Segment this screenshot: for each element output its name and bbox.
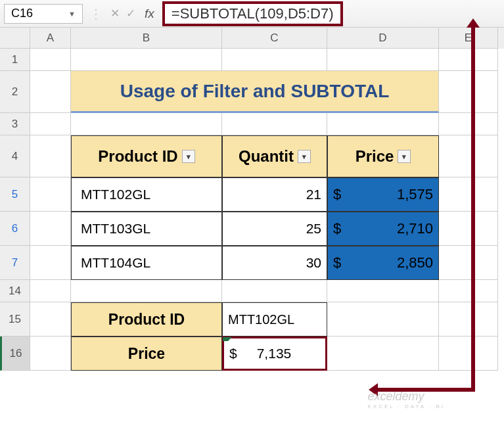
cell[interactable]	[222, 49, 327, 71]
cell[interactable]	[327, 337, 439, 371]
price-value: 2,710	[397, 220, 433, 237]
row-16: 16 Price $ 7,135	[0, 337, 504, 371]
row-15: 15 Product ID MTT102GL	[0, 302, 504, 337]
row-header-14[interactable]: 14	[0, 280, 30, 302]
row-4: 4 Product ID ▾ Quantit ▾ Price ▾	[0, 135, 504, 177]
title-cell[interactable]: Usage of Filter and SUBTOTAL	[71, 71, 439, 113]
cell-quantity[interactable]: 21	[222, 177, 327, 212]
row-header-16[interactable]: 16	[0, 337, 30, 371]
col-header-e[interactable]: E	[439, 28, 498, 49]
column-headers: A B C D E	[0, 28, 504, 49]
cell[interactable]	[439, 302, 498, 337]
cell[interactable]	[439, 177, 498, 212]
cell[interactable]	[222, 113, 327, 135]
cell[interactable]	[327, 302, 439, 337]
cell[interactable]	[30, 212, 71, 246]
filter-active-icon[interactable]: ▾	[398, 150, 411, 163]
price-value: 1,575	[397, 186, 433, 203]
row-header-15[interactable]: 15	[0, 302, 30, 337]
row-header-7[interactable]: 7	[0, 246, 30, 280]
cell[interactable]	[30, 280, 71, 302]
cell[interactable]	[71, 49, 222, 71]
row-1: 1	[0, 49, 504, 71]
col-header-d[interactable]: D	[327, 28, 439, 49]
header-label: Price	[355, 147, 394, 166]
header-label: Quantit	[239, 147, 294, 166]
cancel-icon[interactable]: ✕	[109, 7, 121, 20]
cell[interactable]	[30, 113, 71, 135]
currency-symbol: $	[229, 346, 237, 361]
price-value: 2,850	[397, 254, 433, 271]
row-5: 5 MTT102GL 21 $ 1,575	[0, 177, 504, 212]
cell[interactable]	[439, 280, 498, 302]
label-price[interactable]: Price	[71, 337, 222, 371]
row-header-4[interactable]: 4	[0, 135, 30, 177]
watermark: exceldemy EXCEL · DATA · BI	[367, 390, 445, 409]
separator-icon: ⋮	[87, 6, 105, 22]
header-price[interactable]: Price ▾	[327, 135, 439, 177]
name-box[interactable]: C16 ▼	[4, 4, 83, 24]
row-7: 7 MTT104GL 30 $ 2,850	[0, 246, 504, 280]
cell-price[interactable]: $ 2,710	[327, 212, 439, 246]
formula-input[interactable]: =SUBTOTAL(109,D5:D7)	[162, 1, 343, 26]
cell[interactable]	[222, 280, 327, 302]
cell[interactable]	[439, 49, 498, 71]
currency-symbol: $	[333, 186, 341, 203]
enter-icon[interactable]: ✓	[125, 7, 137, 20]
row-6: 6 MTT103GL 25 $ 2,710	[0, 212, 504, 246]
filter-dropdown-icon[interactable]: ▾	[182, 150, 195, 163]
cell[interactable]	[439, 135, 498, 177]
row-header-3[interactable]: 3	[0, 113, 30, 135]
cell-product-id[interactable]: MTT102GL	[71, 177, 222, 212]
label-product-id[interactable]: Product ID	[71, 302, 222, 337]
chevron-down-icon[interactable]: ▼	[68, 10, 76, 18]
cell-price[interactable]: $ 1,575	[327, 177, 439, 212]
header-quantity[interactable]: Quantit ▾	[222, 135, 327, 177]
cell[interactable]	[30, 302, 71, 337]
watermark-subtitle: EXCEL · DATA · BI	[367, 404, 445, 409]
cell-product-id[interactable]: MTT103GL	[71, 212, 222, 246]
value-product-id[interactable]: MTT102GL	[222, 302, 327, 337]
selected-cell-c16[interactable]: $ 7,135	[222, 337, 327, 371]
cell[interactable]	[30, 177, 71, 212]
cell-quantity[interactable]: 30	[222, 246, 327, 280]
row-header-2[interactable]: 2	[0, 71, 30, 113]
cell[interactable]	[439, 337, 498, 371]
row-3: 3	[0, 113, 504, 135]
cell[interactable]	[71, 113, 222, 135]
currency-symbol: $	[333, 254, 341, 271]
select-all-corner[interactable]	[0, 28, 30, 49]
cell[interactable]	[327, 280, 439, 302]
cell-product-id[interactable]: MTT104GL	[71, 246, 222, 280]
filter-dropdown-icon[interactable]: ▾	[298, 150, 311, 163]
total-value: 7,135	[257, 346, 292, 361]
watermark-text: exceldemy	[367, 390, 424, 403]
spreadsheet-grid: A B C D E 1 2 Usage of Filter and SUBTOT…	[0, 28, 504, 371]
cell[interactable]	[30, 135, 71, 177]
cell[interactable]	[30, 49, 71, 71]
cell[interactable]	[327, 113, 439, 135]
cell[interactable]	[439, 246, 498, 280]
cell[interactable]	[30, 71, 71, 113]
cell[interactable]	[30, 337, 71, 371]
row-2: 2 Usage of Filter and SUBTOTAL	[0, 71, 504, 113]
row-header-6[interactable]: 6	[0, 212, 30, 246]
cell-price[interactable]: $ 2,850	[327, 246, 439, 280]
col-header-c[interactable]: C	[222, 28, 327, 49]
currency-symbol: $	[333, 220, 341, 237]
row-header-1[interactable]: 1	[0, 49, 30, 71]
header-label: Product ID	[98, 147, 177, 166]
cell[interactable]	[439, 71, 498, 113]
cell-quantity[interactable]: 25	[222, 212, 327, 246]
cell[interactable]	[30, 246, 71, 280]
cell[interactable]	[439, 212, 498, 246]
cell[interactable]	[327, 49, 439, 71]
col-header-a[interactable]: A	[30, 28, 71, 49]
cell[interactable]	[71, 280, 222, 302]
cell[interactable]	[439, 113, 498, 135]
formula-bar: C16 ▼ ⋮ ✕ ✓ fx =SUBTOTAL(109,D5:D7)	[0, 0, 504, 28]
fx-icon[interactable]: fx	[141, 7, 158, 21]
col-header-b[interactable]: B	[71, 28, 222, 49]
row-header-5[interactable]: 5	[0, 177, 30, 212]
header-product-id[interactable]: Product ID ▾	[71, 135, 222, 177]
